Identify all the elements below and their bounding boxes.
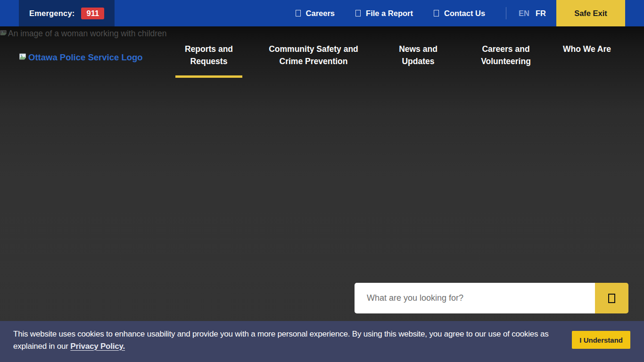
nav-item-label: News and Updates bbox=[399, 44, 438, 66]
nav-item-careers-and-volunteering[interactable]: Careers and Volunteering bbox=[477, 43, 535, 67]
nav-item-label: Community Safety and Crime Prevention bbox=[269, 44, 358, 66]
hero-section: An image of a woman working with childre… bbox=[0, 26, 644, 362]
top-utility-bar: Emergency: 911 Careers File a Report Con… bbox=[0, 0, 644, 26]
hero-broken-image-alt: An image of a woman working with childre… bbox=[0, 29, 167, 39]
active-nav-underline bbox=[175, 75, 242, 78]
careers-icon bbox=[296, 10, 301, 16]
hero-alt-text: An image of a woman working with childre… bbox=[8, 29, 167, 39]
nav-item-who-we-are[interactable]: Who We Are bbox=[559, 43, 615, 55]
emergency-panel: Emergency: 911 bbox=[19, 0, 115, 26]
emergency-label: Emergency: bbox=[29, 9, 74, 18]
file-a-report-link[interactable]: File a Report bbox=[355, 9, 413, 18]
nav-item-community-safety[interactable]: Community Safety and Crime Prevention bbox=[263, 43, 364, 67]
contact-us-link[interactable]: Contact Us bbox=[434, 9, 485, 18]
file-a-report-link-label: File a Report bbox=[366, 9, 413, 18]
nav-item-news-and-updates[interactable]: News and Updates bbox=[394, 43, 443, 67]
safe-exit-button[interactable]: Safe Exit bbox=[556, 0, 625, 26]
cookie-consent-banner: This website uses cookies to enhance usa… bbox=[0, 321, 644, 362]
main-navigation: Reports and Requests Community Safety an… bbox=[0, 43, 644, 104]
site-search bbox=[355, 283, 628, 313]
topbar-links: Careers File a Report Contact Us EN FR S… bbox=[296, 0, 644, 26]
nav-item-reports-and-requests[interactable]: Reports and Requests bbox=[175, 43, 242, 67]
contact-us-icon bbox=[434, 10, 439, 16]
search-input[interactable] bbox=[355, 283, 595, 313]
search-submit-button[interactable] bbox=[595, 283, 628, 313]
language-toggle-fr[interactable]: FR bbox=[536, 9, 546, 18]
privacy-policy-link[interactable]: Privacy Policy. bbox=[70, 342, 125, 351]
nav-item-label: Who We Are bbox=[563, 44, 611, 54]
language-divider bbox=[506, 7, 506, 19]
careers-link[interactable]: Careers bbox=[296, 9, 335, 18]
emergency-911-badge: 911 bbox=[81, 8, 104, 19]
search-icon bbox=[608, 294, 615, 303]
nav-item-label: Careers and Volunteering bbox=[481, 44, 531, 66]
cookie-message: This website uses cookies to enhance usa… bbox=[13, 328, 570, 353]
cookie-accept-button[interactable]: I Understand bbox=[572, 331, 630, 349]
file-a-report-icon bbox=[355, 10, 361, 16]
broken-image-icon bbox=[0, 29, 7, 39]
language-toggle-en: EN bbox=[519, 9, 529, 18]
careers-link-label: Careers bbox=[306, 9, 335, 18]
nav-item-label: Reports and Requests bbox=[185, 44, 233, 66]
contact-us-link-label: Contact Us bbox=[444, 9, 485, 18]
